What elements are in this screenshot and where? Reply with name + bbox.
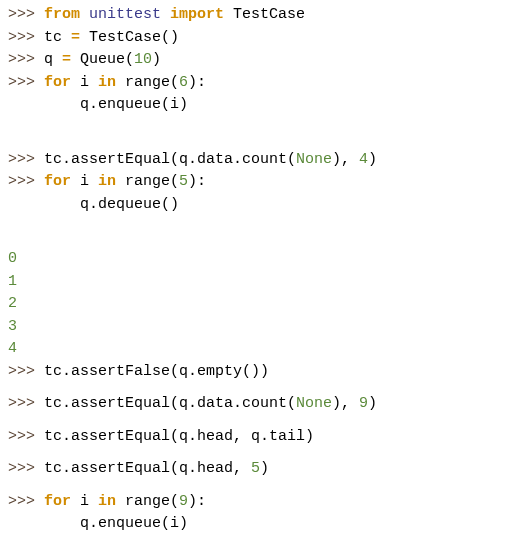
var: i: [71, 74, 98, 91]
blank-line: [8, 238, 510, 248]
output-line: 0: [8, 248, 510, 271]
output-value: 3: [8, 318, 17, 335]
kw-for: for: [44, 493, 71, 510]
indent: [8, 515, 80, 532]
expr: ),: [332, 395, 359, 412]
expr: tc.assertEqual(q.data.count(: [44, 151, 296, 168]
code-line-4: >>> for i in range(6):: [8, 72, 510, 95]
body: q.enqueue(i): [80, 96, 188, 113]
code-line-1: >>> from unittest import TestCase: [8, 4, 510, 27]
blank-line: [8, 481, 510, 491]
blank-line: [8, 117, 510, 139]
number: 4: [359, 151, 368, 168]
repl-prompt: >>>: [8, 173, 44, 190]
code-line-14: q.enqueue(i): [8, 513, 510, 536]
blank-line: [8, 383, 510, 393]
kw-for: for: [44, 173, 71, 190]
repl-prompt: >>>: [8, 363, 44, 380]
expr-lhs: q: [44, 51, 62, 68]
expr: tc.assertEqual(q.head,: [44, 460, 251, 477]
kw-from: from: [44, 6, 80, 23]
body: q.enqueue(i): [80, 515, 188, 532]
number: 9: [359, 395, 368, 412]
indent: [8, 96, 80, 113]
repl-prompt: >>>: [8, 428, 44, 445]
op-assign: =: [62, 51, 71, 68]
space: [80, 6, 89, 23]
close: ):: [188, 173, 206, 190]
code-line-5: q.enqueue(i): [8, 94, 510, 117]
close: ):: [188, 493, 206, 510]
code-line-12: >>> tc.assertEqual(q.head, 5): [8, 458, 510, 481]
number: 5: [179, 173, 188, 190]
code-line-3: >>> q = Queue(10): [8, 49, 510, 72]
blank-line: [8, 448, 510, 458]
repl-prompt: >>>: [8, 151, 44, 168]
var: i: [71, 493, 98, 510]
close: ):: [188, 74, 206, 91]
expr: tc.assertEqual(q.data.count(: [44, 395, 296, 412]
op-assign: =: [71, 29, 80, 46]
class-name: TestCase: [233, 6, 305, 23]
blank-line: [8, 216, 510, 238]
indent: [8, 196, 80, 213]
code-line-9: >>> tc.assertFalse(q.empty()): [8, 361, 510, 384]
repl-prompt: >>>: [8, 29, 44, 46]
fn-call: range(: [116, 493, 179, 510]
fn-call: range(: [116, 173, 179, 190]
code-line-7: >>> for i in range(5):: [8, 171, 510, 194]
repl-prompt: >>>: [8, 51, 44, 68]
output-line: 2: [8, 293, 510, 316]
var: i: [71, 173, 98, 190]
paren-close: ): [152, 51, 161, 68]
expr-rhs: TestCase(): [80, 29, 179, 46]
code-line-10: >>> tc.assertEqual(q.data.count(None), 9…: [8, 393, 510, 416]
module-name: unittest: [89, 6, 161, 23]
code-line-13: >>> for i in range(9):: [8, 491, 510, 514]
repl-prompt: >>>: [8, 395, 44, 412]
kw-import: import: [170, 6, 224, 23]
expr: ),: [332, 151, 359, 168]
output-value: 0: [8, 250, 17, 267]
code-line-11: >>> tc.assertEqual(q.head, q.tail): [8, 426, 510, 449]
kw-in: in: [98, 74, 116, 91]
output-line: 4: [8, 338, 510, 361]
repl-prompt: >>>: [8, 460, 44, 477]
expr: tc.assertFalse(q.empty()): [44, 363, 269, 380]
close: ): [260, 460, 269, 477]
output-value: 1: [8, 273, 17, 290]
close: ): [368, 151, 377, 168]
output-line: 3: [8, 316, 510, 339]
kw-for: for: [44, 74, 71, 91]
expr-rhs: Queue(: [71, 51, 134, 68]
expr: tc.assertEqual(q.head, q.tail): [44, 428, 314, 445]
number: 9: [179, 493, 188, 510]
space: [161, 6, 170, 23]
code-line-8: q.dequeue(): [8, 194, 510, 217]
kw-in: in: [98, 493, 116, 510]
none-literal: None: [296, 395, 332, 412]
output-line: 1: [8, 271, 510, 294]
output-value: 4: [8, 340, 17, 357]
repl-prompt: >>>: [8, 6, 44, 23]
close: ): [368, 395, 377, 412]
code-line-6: >>> tc.assertEqual(q.data.count(None), 4…: [8, 149, 510, 172]
none-literal: None: [296, 151, 332, 168]
blank-line: [8, 416, 510, 426]
blank-line: [8, 139, 510, 149]
body: q.dequeue(): [80, 196, 179, 213]
repl-prompt: >>>: [8, 74, 44, 91]
expr-lhs: tc: [44, 29, 71, 46]
number: 6: [179, 74, 188, 91]
kw-in: in: [98, 173, 116, 190]
code-line-2: >>> tc = TestCase(): [8, 27, 510, 50]
number: 10: [134, 51, 152, 68]
space: [224, 6, 233, 23]
number: 5: [251, 460, 260, 477]
fn-call: range(: [116, 74, 179, 91]
repl-prompt: >>>: [8, 493, 44, 510]
output-value: 2: [8, 295, 17, 312]
